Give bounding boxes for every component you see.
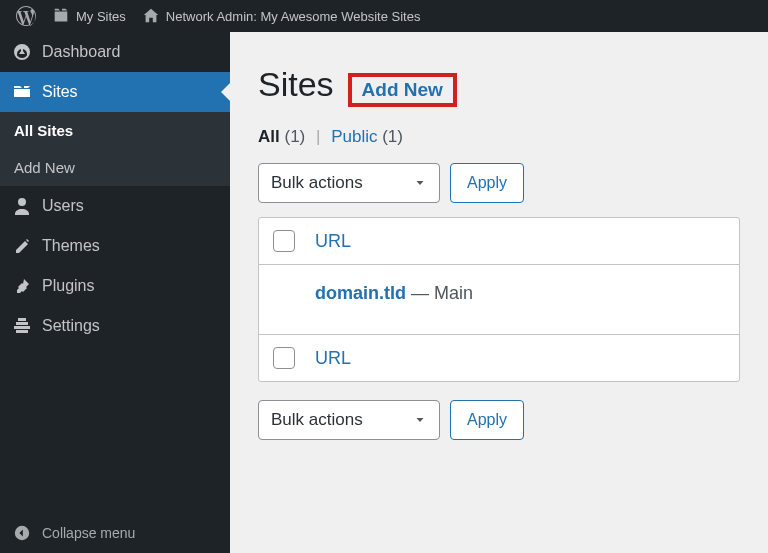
network-admin-link[interactable]: Network Admin: My Awesome Website Sites bbox=[134, 7, 429, 25]
home-icon bbox=[142, 7, 160, 25]
sites-table: URL domain.tld — Main URL bbox=[258, 217, 740, 382]
sites-icon bbox=[12, 82, 32, 102]
menu-label: Users bbox=[42, 197, 84, 215]
bulk-actions-top: Bulk actions Apply bbox=[258, 163, 740, 203]
wordpress-icon bbox=[16, 6, 36, 26]
collapse-menu[interactable]: Collapse menu bbox=[0, 513, 230, 553]
wp-logo[interactable] bbox=[8, 6, 44, 26]
menu-dashboard[interactable]: Dashboard bbox=[0, 32, 230, 72]
site-suffix: — Main bbox=[406, 283, 473, 303]
menu-label: Sites bbox=[42, 83, 78, 101]
menu-themes[interactable]: Themes bbox=[0, 226, 230, 266]
table-footer: URL bbox=[259, 334, 739, 381]
plugins-icon bbox=[12, 276, 32, 296]
add-new-button[interactable]: Add New bbox=[362, 79, 443, 100]
table-header: URL bbox=[259, 218, 739, 265]
my-sites-link[interactable]: My Sites bbox=[44, 7, 134, 25]
main-content: Sites Add New All (1) | Public (1) Bulk … bbox=[230, 32, 768, 553]
submenu-all-sites[interactable]: All Sites bbox=[0, 112, 230, 149]
submenu-add-new[interactable]: Add New bbox=[0, 149, 230, 186]
add-new-highlight: Add New bbox=[348, 73, 457, 107]
chevron-down-icon bbox=[413, 413, 427, 427]
filter-public[interactable]: Public (1) bbox=[331, 127, 403, 146]
collapse-icon bbox=[12, 523, 32, 543]
menu-settings[interactable]: Settings bbox=[0, 306, 230, 346]
filter-all[interactable]: All (1) bbox=[258, 127, 305, 146]
column-url[interactable]: URL bbox=[315, 231, 351, 252]
table-row: domain.tld — Main bbox=[259, 265, 739, 334]
my-sites-label: My Sites bbox=[76, 9, 126, 24]
users-icon bbox=[12, 196, 32, 216]
collapse-label: Collapse menu bbox=[42, 525, 135, 541]
sites-submenu: All Sites Add New bbox=[0, 112, 230, 186]
sites-icon bbox=[52, 7, 70, 25]
menu-plugins[interactable]: Plugins bbox=[0, 266, 230, 306]
bulk-actions-select-bottom[interactable]: Bulk actions bbox=[258, 400, 440, 440]
menu-users[interactable]: Users bbox=[0, 186, 230, 226]
select-all-checkbox[interactable] bbox=[273, 230, 295, 252]
admin-bar: My Sites Network Admin: My Awesome Websi… bbox=[0, 0, 768, 32]
themes-icon bbox=[12, 236, 32, 256]
apply-button[interactable]: Apply bbox=[450, 163, 524, 203]
page-title: Sites bbox=[258, 65, 334, 104]
chevron-down-icon bbox=[413, 176, 427, 190]
menu-label: Dashboard bbox=[42, 43, 120, 61]
menu-label: Settings bbox=[42, 317, 100, 335]
menu-label: Themes bbox=[42, 237, 100, 255]
bulk-actions-bottom: Bulk actions Apply bbox=[258, 400, 740, 440]
dashboard-icon bbox=[12, 42, 32, 62]
select-all-checkbox-bottom[interactable] bbox=[273, 347, 295, 369]
site-link[interactable]: domain.tld bbox=[315, 283, 406, 303]
view-filters: All (1) | Public (1) bbox=[258, 127, 740, 147]
bulk-label: Bulk actions bbox=[271, 410, 363, 430]
column-url-footer[interactable]: URL bbox=[315, 348, 351, 369]
network-admin-label: Network Admin: My Awesome Website Sites bbox=[166, 9, 421, 24]
settings-icon bbox=[12, 316, 32, 336]
admin-sidebar: Dashboard Sites All Sites Add New Users … bbox=[0, 32, 230, 553]
apply-button-bottom[interactable]: Apply bbox=[450, 400, 524, 440]
menu-label: Plugins bbox=[42, 277, 94, 295]
bulk-actions-select[interactable]: Bulk actions bbox=[258, 163, 440, 203]
menu-sites[interactable]: Sites bbox=[0, 72, 230, 112]
page-header: Sites Add New bbox=[258, 65, 740, 107]
bulk-label: Bulk actions bbox=[271, 173, 363, 193]
